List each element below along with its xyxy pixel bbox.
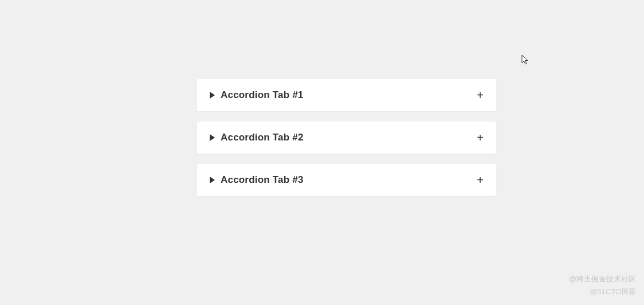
accordion-title: Accordion Tab #3 — [221, 174, 304, 186]
accordion-tab-2[interactable]: Accordion Tab #2 + — [197, 122, 496, 154]
accordion-title: Accordion Tab #1 — [221, 89, 304, 101]
triangle-right-icon — [210, 134, 215, 141]
accordion-tab-1[interactable]: Accordion Tab #1 + — [197, 79, 496, 111]
accordion-tab-3[interactable]: Accordion Tab #3 + — [197, 164, 496, 196]
plus-icon: + — [477, 132, 484, 143]
plus-icon: + — [477, 174, 484, 186]
accordion-header-left: Accordion Tab #3 — [210, 174, 304, 186]
cursor-icon — [521, 54, 531, 66]
accordion-container: Accordion Tab #1 + Accordion Tab #2 + Ac… — [197, 79, 496, 206]
accordion-header-left: Accordion Tab #2 — [210, 132, 304, 143]
watermark-text: @51CTO博客 — [590, 287, 636, 297]
triangle-right-icon — [210, 177, 215, 183]
triangle-right-icon — [210, 92, 215, 99]
watermark-text: @稀土掘金技术社区 — [569, 274, 636, 284]
plus-icon: + — [477, 89, 484, 101]
accordion-title: Accordion Tab #2 — [221, 132, 304, 143]
accordion-header-left: Accordion Tab #1 — [210, 89, 304, 101]
